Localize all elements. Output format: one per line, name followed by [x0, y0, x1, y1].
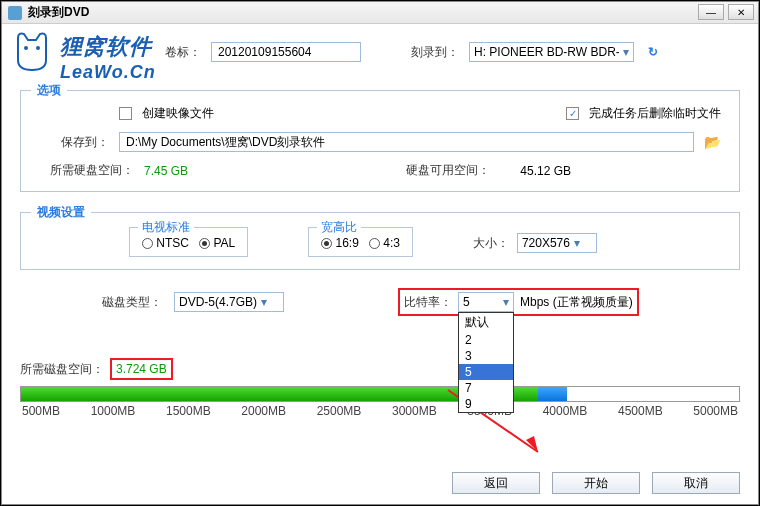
- disc-type-value: DVD-5(4.7GB): [179, 295, 257, 309]
- minimize-button[interactable]: —: [698, 4, 724, 20]
- back-button[interactable]: 返回: [452, 472, 540, 494]
- bitrate-highlight: 比特率： 5 ▾ 默认 2 3 5 7 9 Mbps (正常视频质: [398, 288, 639, 316]
- r43-label: 4:3: [383, 236, 400, 250]
- start-button[interactable]: 开始: [552, 472, 640, 494]
- bitrate-option[interactable]: 7: [459, 380, 513, 396]
- bitrate-option[interactable]: 3: [459, 348, 513, 364]
- chevron-down-icon: ▾: [503, 295, 509, 309]
- burnto-combo[interactable]: H: PIONEER BD-RW BDR-... ▾: [469, 42, 634, 62]
- saveto-input[interactable]: [119, 132, 694, 152]
- bitrate-option[interactable]: 5: [459, 364, 513, 380]
- video-title: 视频设置: [31, 204, 91, 221]
- tv-standard-group: 电视标准 NTSC PAL: [129, 227, 248, 257]
- tick: 2500MB: [317, 404, 362, 418]
- bitrate-combo[interactable]: 5 ▾: [458, 292, 514, 312]
- tick: 2000MB: [241, 404, 286, 418]
- logo: 狸窝软件LeaWo.Cn: [14, 32, 156, 83]
- tick: 5000MB: [693, 404, 738, 418]
- options-title: 选项: [31, 82, 67, 99]
- volume-input[interactable]: [211, 42, 361, 62]
- svg-point-0: [24, 46, 28, 50]
- chevron-down-icon: ▾: [623, 45, 629, 59]
- folder-icon[interactable]: 📂: [704, 134, 721, 150]
- used-space-blue: [538, 387, 567, 401]
- bitrate-option[interactable]: 默认: [459, 313, 513, 332]
- cancel-button[interactable]: 取消: [652, 472, 740, 494]
- window-title: 刻录到DVD: [28, 4, 89, 21]
- ntsc-label: NTSC: [156, 236, 189, 250]
- tick: 1500MB: [166, 404, 211, 418]
- avail-space-label: 硬盘可用空间：: [406, 162, 490, 179]
- bitrate-dropdown-list: 默认 2 3 5 7 9: [458, 312, 514, 413]
- chevron-down-icon: ▾: [261, 295, 267, 309]
- burnto-value: H: PIONEER BD-RW BDR-...: [474, 45, 619, 59]
- tick-labels: 500MB 1000MB 1500MB 2000MB 2500MB 3000MB…: [20, 404, 740, 418]
- delete-temp-label: 完成任务后删除临时文件: [589, 105, 721, 122]
- size-combo[interactable]: 720X576 ▾: [517, 233, 597, 253]
- ntsc-radio[interactable]: [142, 238, 153, 249]
- bitrate-value: 5: [463, 295, 470, 309]
- tv-standard-label: 电视标准: [138, 219, 194, 236]
- options-fieldset: 选项 创建映像文件 完成任务后删除临时文件 保存到： 📂 所需硬盘空间： 7.4…: [20, 90, 740, 192]
- burnto-label: 刻录到：: [411, 44, 459, 61]
- need-space-label: 所需硬盘空间：: [39, 162, 134, 179]
- aspect-group: 宽高比 16:9 4:3: [308, 227, 413, 257]
- need-space-value: 7.45 GB: [144, 164, 188, 178]
- refresh-icon[interactable]: ↻: [644, 43, 662, 61]
- tick: 500MB: [22, 404, 60, 418]
- dvd-icon: [8, 6, 22, 20]
- size-value: 720X576: [522, 236, 570, 250]
- close-button[interactable]: ✕: [728, 4, 754, 20]
- disc-space-label: 所需磁盘空间：: [20, 361, 104, 378]
- create-image-checkbox[interactable]: [119, 107, 132, 120]
- disc-space-bar: [20, 386, 740, 402]
- bitrate-label: 比特率：: [404, 294, 452, 311]
- pal-radio[interactable]: [199, 238, 210, 249]
- svg-point-1: [36, 46, 40, 50]
- logo-text-cn: 狸窝软件: [60, 32, 156, 62]
- delete-temp-checkbox[interactable]: [566, 107, 579, 120]
- r43-radio[interactable]: [369, 238, 380, 249]
- tick: 4000MB: [543, 404, 588, 418]
- r169-radio[interactable]: [321, 238, 332, 249]
- aspect-label: 宽高比: [317, 219, 361, 236]
- disc-type-combo[interactable]: DVD-5(4.7GB) ▾: [174, 292, 284, 312]
- chevron-down-icon: ▾: [574, 236, 580, 250]
- saveto-label: 保存到：: [39, 134, 109, 151]
- tick: 3000MB: [392, 404, 437, 418]
- pal-label: PAL: [213, 236, 235, 250]
- disc-space-value: 3.724 GB: [110, 358, 173, 380]
- video-fieldset: 视频设置 电视标准 NTSC PAL 宽高比 16:9 4:3 大小： 720X…: [20, 212, 740, 270]
- tick: 4500MB: [618, 404, 663, 418]
- svg-marker-3: [526, 436, 538, 452]
- volume-label: 卷标：: [165, 44, 201, 61]
- bitrate-option[interactable]: 2: [459, 332, 513, 348]
- create-image-label: 创建映像文件: [142, 105, 214, 122]
- size-label: 大小：: [473, 235, 509, 252]
- tick: 1000MB: [91, 404, 136, 418]
- titlebar: 刻录到DVD — ✕: [2, 2, 758, 24]
- avail-space-value: 45.12 GB: [520, 164, 571, 178]
- disc-type-label: 磁盘类型：: [102, 294, 162, 311]
- bitrate-unit: Mbps (正常视频质量): [520, 294, 633, 311]
- r169-label: 16:9: [336, 236, 359, 250]
- logo-text-en: LeaWo.Cn: [60, 62, 156, 83]
- bitrate-option[interactable]: 9: [459, 396, 513, 412]
